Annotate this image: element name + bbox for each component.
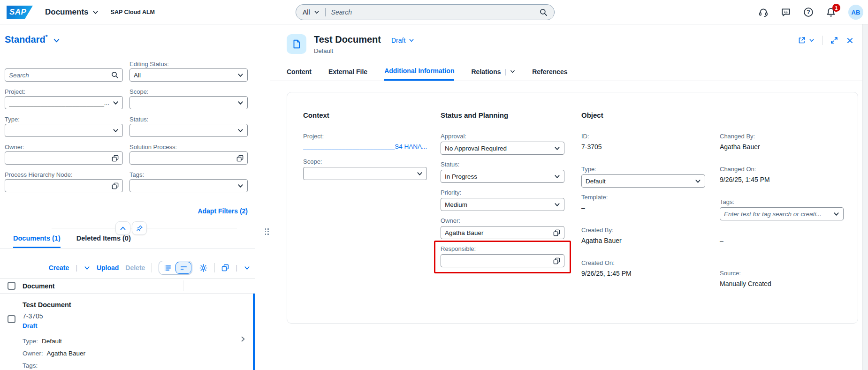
tab-deleted-items[interactable]: Deleted Items (0) [76,234,131,248]
create-split-divider: | [76,264,77,272]
upload-button[interactable]: Upload [97,264,119,272]
notifications-bell[interactable]: 1 [826,7,836,17]
chevron-down-icon [314,9,320,15]
actions-divider [822,36,822,45]
value-help-icon[interactable] [236,155,244,162]
tab-external-file[interactable]: External File [328,65,367,81]
delete-button[interactable]: Delete [125,264,145,272]
row-status-link[interactable]: Draft [23,322,234,329]
more-actions-chevron-icon[interactable] [244,265,250,271]
filter-search-field[interactable] [5,68,123,82]
product-title: Documents [45,8,89,17]
condensed-list-icon [180,264,188,272]
splitter-grip-icon[interactable] [265,228,269,235]
row-owner-label: Owner: [23,350,43,357]
sap-logo[interactable]: SAP [7,6,33,19]
collapse-filter-bar-button[interactable] [115,221,130,235]
settings-gear-icon[interactable] [199,264,208,272]
shell-search-input[interactable] [331,8,540,16]
navigate-chevron-right-icon[interactable] [240,336,246,342]
feedback-chat-icon[interactable] [781,7,791,17]
created-by-value: Agatha Bauer [581,235,705,246]
select-all-checkbox[interactable] [8,282,15,290]
status-dropdown[interactable]: Draft [391,37,414,44]
search-scope-select[interactable]: All [303,8,320,16]
create-button[interactable]: Create [49,264,69,272]
project-label: Project: [303,132,427,141]
document-table-header: Document [0,278,255,294]
status-value: Draft [391,37,405,44]
enter-fullscreen-icon[interactable] [830,36,838,45]
solution-process-filter-input[interactable] [129,151,248,165]
status-filter-select[interactable] [129,124,248,137]
owner-filter-input[interactable] [5,151,123,165]
filter-bar: Editing Status: All Project: ___________… [5,60,248,198]
scope-select[interactable] [303,167,427,180]
editing-status-select[interactable]: All [129,68,248,82]
search-scope-value: All [303,8,310,16]
filter-search-input[interactable] [9,72,111,79]
object-section-title: Object [581,111,705,120]
value-help-icon[interactable] [112,182,119,189]
tab-additional-information[interactable]: Additional Information [384,65,454,81]
tab-content[interactable]: Content [287,65,312,81]
filter-bar-collapse-row [0,221,263,235]
responsible-field[interactable] [441,254,564,267]
value-help-icon[interactable] [553,257,560,264]
view-selector[interactable]: Standard* [5,34,60,45]
share-export-icon [798,36,806,45]
support-headset-icon[interactable] [758,7,769,17]
status-and-planning-section: Status and Planning Approval: No Approva… [441,92,564,273]
row-checkbox[interactable] [8,315,15,323]
help-icon[interactable] [803,7,814,17]
close-icon[interactable] [846,37,854,45]
process-hierarchy-node-filter-input[interactable] [5,179,123,192]
detailed-view-button[interactable] [160,262,175,274]
shell-search-bar[interactable]: All [296,4,555,20]
chevron-down-icon [237,183,244,189]
create-menu-chevron-icon[interactable] [84,265,90,271]
document-list-item-selected[interactable]: Test Document 7-3705 Draft Type:Default … [0,294,255,370]
responsible-input[interactable] [445,257,553,264]
avatar[interactable]: AB [848,5,863,20]
chevron-down-icon [409,38,414,43]
status-select[interactable]: In Progress [441,170,564,183]
tags-field[interactable] [720,207,844,220]
panel-splitter[interactable] [263,24,270,370]
owner-input[interactable] [445,229,553,236]
value-help-icon[interactable] [553,229,560,236]
copy-icon[interactable] [221,264,229,272]
chevron-down-icon [237,100,244,106]
status-value: In Progress [445,173,554,180]
detail-panel: Test Document Draft Default Content Exte… [270,24,862,370]
priority-select[interactable]: Medium [441,198,564,211]
project-filter-select[interactable]: ___________________________... [5,96,123,109]
tags-label: Tags: [720,198,844,206]
adapt-filters-link[interactable]: Adapt Filters (2) [198,207,248,215]
pin-filter-bar-button[interactable] [132,221,147,235]
search-icon[interactable] [111,71,119,79]
owner-field[interactable] [441,226,564,239]
project-link[interactable]: __________________________S4 HANA... [303,142,427,152]
approval-select[interactable]: No Approval Required [441,142,564,155]
product-switch-menu[interactable]: Documents [45,8,99,17]
search-icon[interactable] [540,8,548,16]
condensed-view-button[interactable] [175,262,191,274]
value-help-icon[interactable] [112,155,119,162]
tab-menu-divider: | [505,68,507,76]
type-filter-select[interactable] [5,124,123,137]
context-section: Context Project: _______________________… [303,92,427,186]
share-menu-button[interactable] [798,36,815,45]
change-log-section: Changed By: Agatha Bauer Changed On: 9/2… [720,92,844,302]
tab-documents[interactable]: Documents (1) [13,234,61,248]
tab-relations[interactable]: Relations | [471,65,515,81]
scope-filter-select[interactable] [129,96,248,109]
tab-references[interactable]: References [532,65,568,81]
tags-input[interactable] [724,211,833,218]
vertical-scrollbar[interactable] [862,24,868,370]
detail-subtitle: Default [314,47,414,54]
tags-filter-select[interactable] [129,179,248,192]
view-title: Standard* [5,34,47,45]
app-subtitle: SAP Cloud ALM [111,9,155,15]
type-select[interactable]: Default [581,174,705,188]
